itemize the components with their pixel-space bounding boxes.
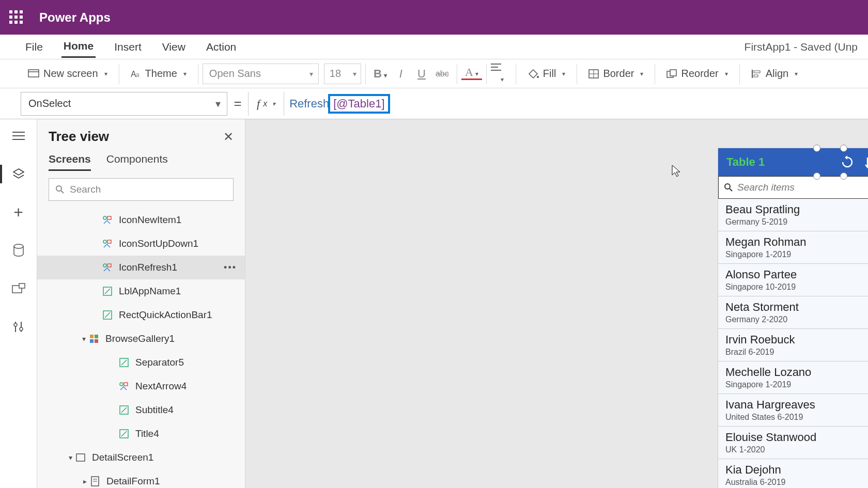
fx-button[interactable]: fx▾ <box>248 92 284 116</box>
chevron-icon[interactable]: ▾ <box>65 453 75 462</box>
svg-point-41 <box>120 383 123 386</box>
font-family-select[interactable]: Open Sans <box>203 64 319 84</box>
item-title: Megan Rohman <box>725 235 868 249</box>
search-icon <box>55 185 65 194</box>
svg-line-52 <box>730 188 732 191</box>
tree-item[interactable]: NextArrow4 <box>37 374 245 398</box>
list-item[interactable]: Megan RohmanSingapore 1-2019› <box>718 231 868 264</box>
insert-rail-button[interactable]: + <box>8 202 29 223</box>
tree-item[interactable]: IconNewItem1 <box>37 208 245 232</box>
svg-point-28 <box>103 216 106 219</box>
font-color-button[interactable]: A▾ <box>461 68 482 80</box>
data-rail-button[interactable] <box>8 240 29 261</box>
app-preview[interactable]: Table 1 + Beau Spratl <box>718 148 868 488</box>
control-type-icon <box>90 476 100 486</box>
tab-screens[interactable]: Screens <box>49 153 91 171</box>
list-item[interactable]: Neta StormentGermany 2-2020› <box>718 296 868 329</box>
selection-handle[interactable] <box>813 172 820 180</box>
tree-view-panel: Tree view ✕ Screens Components Search Ic… <box>37 119 245 488</box>
svg-rect-14 <box>754 71 760 73</box>
svg-rect-12 <box>670 70 676 76</box>
menu-insert[interactable]: Insert <box>112 37 144 57</box>
tree-item[interactable]: IconSortUpDown1 <box>37 232 245 256</box>
preview-search-input[interactable] <box>737 182 868 193</box>
preview-title: Table 1 <box>726 155 765 169</box>
svg-rect-0 <box>28 70 39 77</box>
list-item[interactable]: Mechelle LozanoSingapore 1-2019› <box>718 361 868 394</box>
item-title: Alonso Partee <box>725 268 868 281</box>
chevron-icon[interactable]: ▾ <box>79 335 89 343</box>
sort-icon-button[interactable] <box>864 156 868 168</box>
tree-item[interactable]: RectQuickActionBar1 <box>37 303 245 327</box>
list-item[interactable]: Ivana HargreavesUnited States 6-2019› <box>718 394 868 427</box>
menu-view[interactable]: View <box>160 37 188 57</box>
preview-header[interactable]: Table 1 + <box>718 148 868 176</box>
menu-home[interactable]: Home <box>61 36 96 58</box>
item-subtitle: United States 6-2019 <box>725 413 868 422</box>
theme-icon: Aa <box>131 69 141 78</box>
canvas[interactable]: Table 1 + Beau Spratl <box>245 119 868 488</box>
item-subtitle: Singapore 1-2019 <box>725 380 868 389</box>
control-type-icon <box>102 286 113 296</box>
chevron-icon[interactable]: ▸ <box>80 477 90 485</box>
reorder-button[interactable]: Reorder▾ <box>659 65 735 83</box>
menu-file[interactable]: File <box>23 37 45 57</box>
selection-handle[interactable] <box>840 145 847 152</box>
list-item[interactable]: Irvin RoebuckBrazil 6-2019› <box>718 329 868 361</box>
text-align-button[interactable]: ▾ <box>491 63 512 85</box>
new-screen-label: New screen <box>43 68 98 80</box>
bold-button[interactable]: B▾ <box>370 67 391 81</box>
align-button[interactable]: Align▾ <box>744 65 805 83</box>
tree-item[interactable]: Separator5 <box>37 351 245 374</box>
tree-item[interactable]: Title4 <box>37 422 245 446</box>
tree-item[interactable]: ▾BrowseGallery1 <box>37 327 245 351</box>
close-panel-button[interactable]: ✕ <box>223 130 234 144</box>
list-item[interactable]: Kia DejohnAustralia 6-2019› <box>718 459 868 488</box>
selection-handle[interactable] <box>813 145 820 152</box>
list-item[interactable]: Alonso ParteeSingapore 10-2019› <box>718 264 868 296</box>
menu-action[interactable]: Action <box>204 37 238 57</box>
tree-item[interactable]: ▸DetailForm1 <box>37 469 245 488</box>
italic-button[interactable]: I <box>391 67 411 81</box>
border-button[interactable]: Border▾ <box>581 65 650 83</box>
item-title: Neta Storment <box>725 301 868 314</box>
tree-list[interactable]: IconNewItem1IconSortUpDown1IconRefresh1•… <box>37 208 245 488</box>
tab-components[interactable]: Components <box>106 153 168 171</box>
tree-item[interactable]: Subtitle4 <box>37 398 245 422</box>
svg-rect-42 <box>124 383 128 386</box>
tree-view-rail-button[interactable] <box>8 164 29 184</box>
property-select[interactable]: OnSelect <box>21 92 227 116</box>
tree-item-label: Subtitle4 <box>135 404 174 416</box>
database-icon <box>13 244 24 257</box>
list-item[interactable]: Beau SpratlingGermany 5-2019› <box>718 199 868 231</box>
tree-item-label: LblAppName1 <box>119 286 181 297</box>
document-status: FirstApp1 - Saved (Unp <box>745 41 858 53</box>
fill-button[interactable]: Fill▾ <box>520 65 573 83</box>
tree-item-label: IconSortUpDown1 <box>119 238 198 249</box>
control-type-icon <box>102 239 113 249</box>
item-subtitle: UK 1-2020 <box>725 445 868 454</box>
tree-item[interactable]: IconRefresh1••• <box>37 256 245 279</box>
theme-button[interactable]: Aa Theme▾ <box>123 65 194 83</box>
tree-search-input[interactable]: Search <box>49 178 234 201</box>
new-screen-button[interactable]: New screen▾ <box>21 65 115 83</box>
media-rail-button[interactable] <box>8 278 29 299</box>
list-item[interactable]: Elouise StanwoodUK 1-2020› <box>718 427 868 459</box>
more-button[interactable]: ••• <box>224 262 237 273</box>
preview-search-box[interactable] <box>718 176 868 199</box>
underline-button[interactable]: U <box>411 67 432 81</box>
refresh-icon-button[interactable] <box>841 155 855 169</box>
cursor-icon <box>672 165 681 177</box>
tree-item-label: IconRefresh1 <box>119 262 177 273</box>
selection-handle[interactable] <box>840 172 847 180</box>
waffle-icon[interactable] <box>9 10 24 25</box>
formula-input[interactable]: Refresh[@Table1] <box>284 92 868 116</box>
tree-view-title: Tree view <box>49 129 223 145</box>
hamburger-button[interactable] <box>8 125 29 146</box>
advanced-rail-button[interactable] <box>8 317 29 337</box>
strikethrough-button[interactable]: abc <box>432 69 453 78</box>
tree-item[interactable]: LblAppName1 <box>37 279 245 303</box>
font-size-select[interactable]: 18 <box>324 64 361 84</box>
search-icon <box>724 183 733 192</box>
tree-item[interactable]: ▾DetailScreen1 <box>37 446 245 469</box>
